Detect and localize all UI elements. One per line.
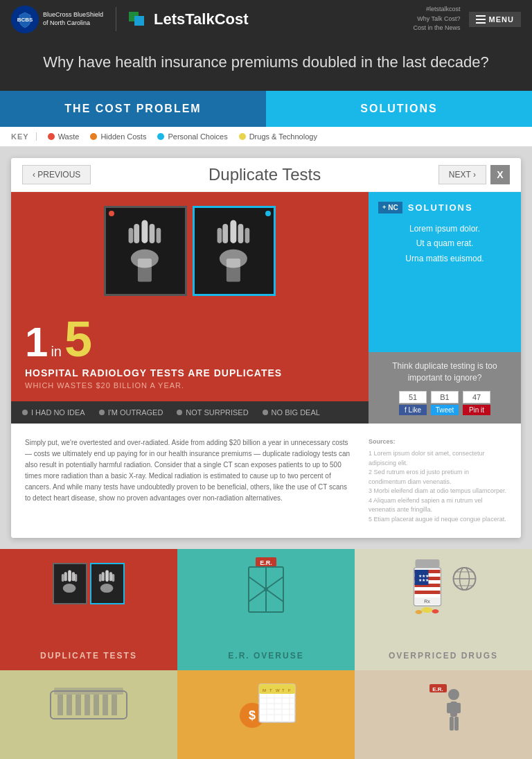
- svg-line-35: [266, 589, 283, 602]
- header-nav: #letstalkcost Why Talk Cost? Cost in the…: [414, 5, 521, 33]
- source-4: 4 Aliquam eleifend sapien a mi rutrum ve…: [369, 496, 507, 515]
- svg-rect-57: [54, 688, 123, 695]
- svg-rect-23: [102, 573, 105, 582]
- stat-denominator: 5: [64, 314, 92, 364]
- duplicate-tests-illustration: [53, 563, 125, 604]
- key-item-waste[interactable]: Waste: [48, 132, 80, 141]
- facebook-like[interactable]: f Like: [399, 405, 427, 415]
- key-label: KEY: [11, 132, 37, 141]
- description-text: Simply put, we're overtested and over-ra…: [25, 437, 355, 525]
- hashtag-link[interactable]: #letstalkcost: [414, 5, 461, 15]
- cost-in-news-link[interactable]: Cost in the News: [414, 24, 461, 33]
- source-1: 1 Lorem ipsum dolor sit amet, consectetu…: [369, 449, 507, 468]
- er-overuse-illustration: E.R.: [238, 556, 294, 621]
- svg-point-21: [63, 584, 76, 593]
- svg-line-32: [249, 577, 266, 589]
- stat-numerator: 1: [25, 322, 48, 363]
- main-nav-tabs: THE COST PROBLEM SOLUTIONS: [0, 91, 532, 127]
- reaction-dot-1: [22, 410, 28, 415]
- svg-rect-15: [227, 259, 240, 281]
- svg-rect-59: [66, 695, 72, 715]
- logo-area: BCBS BlueCross BlueShield of North Carol…: [11, 6, 249, 33]
- hero-headline: Why have health insurance premiums doubl…: [42, 52, 490, 73]
- reaction-no-idea[interactable]: I HAD NO IDEA: [22, 408, 85, 417]
- svg-rect-22: [105, 570, 109, 582]
- solutions-title: SOLUTIONS: [408, 202, 473, 213]
- slide-header: ‹ PREVIOUS Duplicate Tests NEXT › X: [11, 158, 521, 192]
- drugs-tech-dot: [239, 133, 246, 140]
- facebook-share-button[interactable]: 51 f Like: [399, 391, 427, 415]
- svg-point-49: [416, 610, 423, 614]
- reaction-not-surprised[interactable]: NOT SURPRISED: [177, 408, 248, 417]
- social-share-buttons: 51 f Like B1 Tweet 47 Pin it: [377, 391, 513, 415]
- source-3: 3 Morbi eleifend diam at odio tempus ull…: [369, 487, 507, 496]
- svg-rect-37: [416, 559, 440, 568]
- solutions-line3: Urna mattis euismod.: [378, 252, 511, 267]
- sources-area: Sources: 1 Lorem ipsum dolor sit amet, c…: [369, 437, 507, 525]
- svg-rect-87: [455, 703, 461, 713]
- sources-title: Sources:: [369, 437, 507, 447]
- stat-display: 1 in 5 HOSPITAL RADIOLOGY TESTS ARE DUPL…: [25, 307, 355, 393]
- svg-rect-58: [57, 695, 63, 715]
- hidden-costs-illustration: $ M T W T F: [235, 677, 297, 746]
- svg-rect-24: [109, 573, 112, 582]
- svg-text:M: M: [263, 688, 266, 692]
- menu-label: MENU: [489, 15, 514, 24]
- svg-rect-25: [99, 574, 102, 582]
- key-item-personal-choices[interactable]: Personal Choices: [157, 132, 227, 141]
- key-item-hidden-costs[interactable]: Hidden Costs: [90, 132, 146, 141]
- xray-frame-1: [104, 206, 187, 296]
- reaction-dot-4: [263, 410, 268, 415]
- svg-text:T: T: [282, 688, 285, 692]
- svg-rect-19: [62, 574, 64, 582]
- twitter-tweet[interactable]: Tweet: [431, 405, 459, 415]
- slide-card: ‹ PREVIOUS Duplicate Tests NEXT › X: [11, 158, 521, 539]
- reaction-outraged[interactable]: I'M OUTRAGED: [99, 408, 163, 417]
- pinterest-pin[interactable]: Pin it: [463, 405, 490, 415]
- svg-text:★★★: ★★★: [418, 578, 429, 582]
- twitter-share-button[interactable]: B1 Tweet: [431, 391, 459, 415]
- facebook-count: 51: [399, 391, 427, 403]
- grid-item-unhealthy-lifestyles[interactable]: E.R. UNHEALTHY LIFESTYLES: [355, 670, 532, 759]
- grid-item-duplicate-tests[interactable]: DUPLICATE TESTS: [0, 549, 177, 670]
- main-content: ‹ PREVIOUS Duplicate Tests NEXT › X: [0, 147, 532, 550]
- social-panel: Think duplicate testing is too important…: [369, 352, 521, 424]
- waste-label: Waste: [58, 132, 80, 141]
- close-button[interactable]: X: [490, 165, 510, 184]
- why-talk-cost-link[interactable]: Why Talk Cost?: [414, 15, 461, 24]
- grid-item-hidden-costs[interactable]: $ M T W T F: [177, 670, 355, 759]
- svg-rect-10: [222, 224, 228, 243]
- svg-rect-12: [218, 227, 222, 243]
- next-button[interactable]: NEXT ›: [438, 165, 486, 184]
- waste-dot: [48, 133, 55, 140]
- tab-solutions[interactable]: SOLUTIONS: [266, 91, 532, 127]
- svg-rect-64: [112, 695, 117, 715]
- svg-text:T: T: [269, 688, 272, 692]
- solutions-body: Lorem ipsum dolor. Ut a quam erat. Urna …: [378, 222, 511, 267]
- grid-item-er-overuse[interactable]: E.R. E.R. OVERUSE: [177, 549, 355, 670]
- source-2: 2 Sed rutrum eros id justo pretium in co…: [369, 468, 507, 487]
- reaction-no-big-deal[interactable]: NO BIG DEAL: [263, 408, 320, 417]
- grid-item-overpriced-drugs[interactable]: ★★★ ★★★ Rx OVERPRICED D: [355, 549, 532, 670]
- svg-line-33: [266, 577, 283, 589]
- reaction-dot-2: [99, 410, 105, 415]
- stat-in-text: in: [51, 344, 62, 360]
- key-items: Waste Hidden Costs Personal Choices Drug…: [48, 132, 317, 141]
- pinterest-share-button[interactable]: 47 Pin it: [463, 391, 490, 415]
- hero-section: Why have health insurance premiums doubl…: [0, 38, 532, 91]
- slide-right-panel: + NC SOLUTIONS Lorem ipsum dolor. Ut a q…: [369, 192, 521, 424]
- menu-button[interactable]: MENU: [469, 12, 521, 27]
- svg-text:E.R.: E.R.: [432, 686, 443, 692]
- er-overuse-label: E.R. OVERUSE: [222, 651, 309, 661]
- svg-point-48: [422, 607, 433, 613]
- reaction-dot-3: [177, 410, 182, 415]
- drugs-tech-label: Drugs & Technology: [249, 132, 317, 141]
- bottom-grid: DUPLICATE TESTS E.R. E.R. OVERUSE: [0, 549, 532, 759]
- nav-links: #letstalkcost Why Talk Cost? Cost in the…: [414, 5, 461, 33]
- tab-cost-problem[interactable]: THE COST PROBLEM: [0, 91, 266, 127]
- source-5: 5 Etiam placerat augue id neque congue p…: [369, 515, 507, 525]
- grid-item-costly-technology[interactable]: COSTLY TECHNOLOGY: [0, 670, 177, 759]
- svg-rect-16: [68, 570, 71, 582]
- prev-button[interactable]: ‹ PREVIOUS: [22, 165, 91, 184]
- key-item-drugs-tech[interactable]: Drugs & Technology: [239, 132, 317, 141]
